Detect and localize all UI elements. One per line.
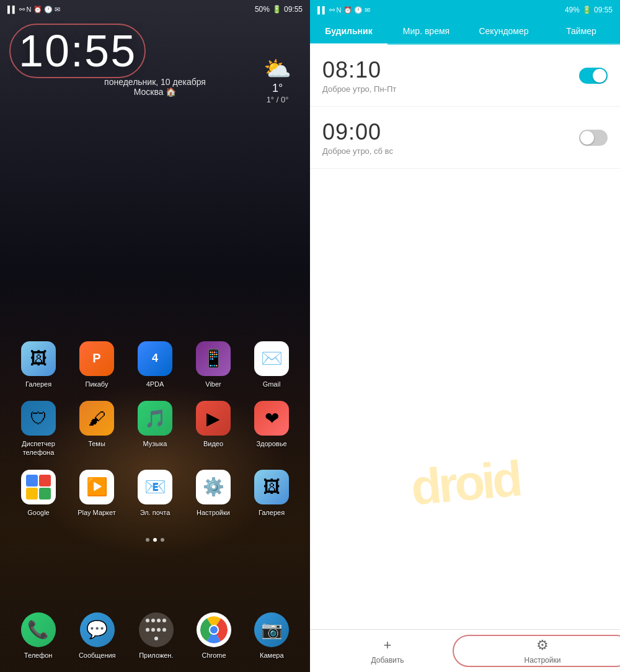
4pda-icon: 4	[138, 341, 172, 376]
mail-icon: 📧	[138, 470, 172, 504]
status-right: 50% 🔋 09:55	[255, 5, 303, 14]
app-gallery[interactable]: 🖼 Галерея	[14, 341, 63, 388]
dock-sms[interactable]: 💬 Сообщения	[79, 612, 116, 660]
settings-label: Настройки	[525, 656, 561, 665]
app-label: Viber	[205, 380, 221, 388]
app-label: Музыка	[143, 439, 167, 448]
alarm-toggle-2[interactable]	[579, 130, 608, 146]
alarm-list: 08:10 Доброе утро, Пн-Пт 09:00 Доброе ут…	[310, 45, 620, 337]
clock-city: Москва 🏠	[19, 87, 291, 97]
battery-icon-right: 🔋	[582, 6, 591, 14]
apps-icon	[139, 612, 174, 647]
sms-icon: 💬	[80, 612, 115, 647]
battery-pct-right: 49%	[565, 6, 580, 14]
weather-widget: ⛅ 1° 1° / 0°	[264, 56, 291, 104]
tab-stopwatch[interactable]: Секундомер	[465, 17, 542, 43]
app-video[interactable]: ▶ Видео	[188, 401, 238, 457]
left-panel: ▌▌ ⚯ N ⏰ 🕐 ✉ 50% 🔋 09:55 10:55 понедельн…	[0, 0, 310, 672]
battery-icon: 🔋	[272, 5, 281, 14]
video-icon: ▶	[196, 401, 231, 436]
add-icon: +	[384, 637, 392, 653]
email-icon: ✉	[365, 6, 370, 14]
nfc-icon: N	[337, 6, 342, 14]
battery-pct: 50%	[255, 5, 270, 14]
alarm-item-2[interactable]: 09:00 Доброе утро, сб вс	[310, 107, 620, 169]
app-settings[interactable]: ⚙️ Настройки	[188, 470, 238, 517]
settings-app-icon: ⚙️	[196, 470, 231, 504]
dock-apps[interactable]: Приложен.	[139, 612, 174, 660]
right-signal-icons: ▌▌ ⚯ N ⏰ 🕐 ✉	[317, 6, 370, 14]
dock-chrome[interactable]: Chrome	[197, 612, 231, 660]
dock-label: Сообщения	[79, 651, 116, 660]
page-dot	[161, 538, 164, 542]
app-themes[interactable]: 🖌 Темы	[72, 401, 122, 457]
dock-label: Камера	[260, 651, 283, 660]
app-play[interactable]: ▶️ Play Маркет	[72, 470, 122, 517]
weather-icon: ⛅	[264, 56, 291, 82]
status-bar-right: ▌▌ ⚯ N ⏰ 🕐 ✉ 49% 🔋 09:55	[310, 0, 620, 17]
app-label: Google	[27, 508, 49, 517]
watermark-area: droid	[310, 337, 620, 629]
app-google[interactable]: Google	[14, 470, 63, 517]
chrome-icon	[197, 612, 231, 647]
app-label: Темы	[88, 439, 105, 448]
app-label: Галерея	[25, 380, 51, 388]
status-bar-left: ▌▌ ⚯ N ⏰ 🕐 ✉ 50% 🔋 09:55	[0, 0, 310, 16]
signal-icons: ▌▌ ⚯ N ⏰ 🕐 ✉	[7, 6, 60, 14]
alarm-left-2: 09:00 Доброе утро, сб вс	[322, 119, 393, 156]
app-label: Gmail	[263, 380, 281, 388]
camera-icon: 📷	[254, 612, 289, 647]
page-dot	[146, 538, 149, 542]
weather-range: 1° / 0°	[264, 95, 291, 104]
alarm-desc-2: Доброе утро, сб вс	[322, 146, 393, 156]
app-gallery2[interactable]: 🖼 Галерея	[247, 470, 296, 517]
right-panel: ▌▌ ⚯ N ⏰ 🕐 ✉ 49% 🔋 09:55 Будильник Мир. …	[310, 0, 620, 672]
settings-icon: ⚙	[536, 637, 549, 653]
gallery2-icon: 🖼	[254, 470, 289, 504]
app-manager[interactable]: 🛡 Диспетчер телефона	[14, 401, 63, 457]
tab-alarm[interactable]: Будильник	[310, 17, 388, 43]
settings-button[interactable]: ⚙ Настройки	[465, 637, 620, 665]
dock-label: Приложен.	[139, 651, 173, 660]
wifi-icon: ⚯	[329, 6, 335, 14]
bottom-bar: + Добавить ⚙ Настройки	[310, 629, 620, 672]
clock-oval: 10:55	[19, 29, 136, 73]
phone-icon: 📞	[21, 612, 56, 647]
tab-timer[interactable]: Таймер	[542, 17, 620, 43]
app-label: Настройки	[197, 508, 230, 517]
time-right: 09:55	[594, 6, 613, 14]
dock: 📞 Телефон 💬 Сообщения Приложен.	[0, 612, 310, 660]
app-label: Эл. почта	[140, 508, 170, 517]
alarm-toggle-1[interactable]	[579, 68, 608, 84]
tab-world-time[interactable]: Мир. время	[388, 17, 465, 43]
page-indicator	[0, 538, 310, 542]
alarm-left-1: 08:10 Доброе утро, Пн-Пт	[322, 57, 396, 94]
themes-icon: 🖌	[79, 401, 114, 436]
app-grid: 🖼 Галерея P Пикабу 4 4PDA 📱 Viber ✉️ Gma…	[0, 341, 310, 529]
tab-bar: Будильник Мир. время Секундомер Таймер	[310, 17, 620, 45]
app-viber[interactable]: 📱 Viber	[188, 341, 238, 388]
alarm-time-2: 09:00	[322, 119, 393, 145]
add-alarm-button[interactable]: + Добавить	[310, 637, 465, 665]
app-pikabu[interactable]: P Пикабу	[72, 341, 122, 388]
nfc-icon: N	[27, 6, 32, 13]
dock-label: Телефон	[24, 651, 53, 660]
dock-phone[interactable]: 📞 Телефон	[21, 612, 56, 660]
app-4pda[interactable]: 4 4PDA	[130, 341, 180, 388]
app-label: Видео	[203, 439, 223, 448]
app-music[interactable]: 🎵 Музыка	[130, 401, 180, 457]
alarm-item-1[interactable]: 08:10 Доброе утро, Пн-Пт	[310, 45, 620, 107]
alarm-icon: ⏰	[343, 6, 352, 14]
app-health[interactable]: ❤ Здоровье	[247, 401, 296, 457]
manager-icon: 🛡	[21, 401, 56, 436]
app-label: Галерея	[259, 508, 285, 517]
time-left: 09:55	[284, 5, 303, 14]
alarm-desc-1: Доброе утро, Пн-Пт	[322, 84, 396, 94]
alarm-time-1: 08:10	[322, 57, 396, 83]
google-icon	[21, 470, 56, 504]
app-row-1: 🖼 Галерея P Пикабу 4 4PDA 📱 Viber ✉️ Gma…	[9, 341, 301, 388]
app-email[interactable]: 📧 Эл. почта	[130, 470, 180, 517]
dock-camera[interactable]: 📷 Камера	[254, 612, 289, 660]
app-row-2: 🛡 Диспетчер телефона 🖌 Темы 🎵 Музыка ▶ В…	[9, 401, 301, 457]
app-gmail[interactable]: ✉️ Gmail	[247, 341, 296, 388]
